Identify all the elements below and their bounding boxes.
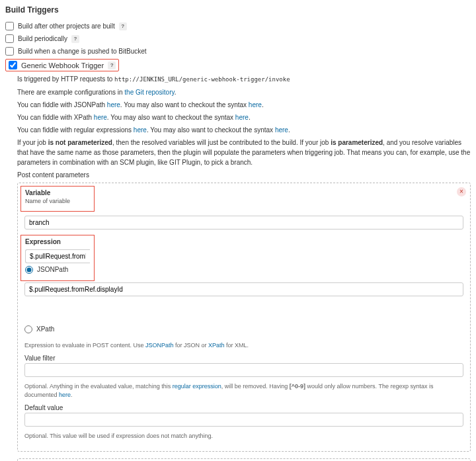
param-expression-highlight: Expression JSONPath <box>20 235 95 281</box>
value-filter-input[interactable] <box>24 363 463 377</box>
jsonpath-radio[interactable] <box>25 266 33 274</box>
webhook-url: http://JENKINS_URL/generic-webhook-trigg… <box>114 76 290 83</box>
regex-hint-link[interactable]: regular expression <box>173 383 221 390</box>
trigger-bitbucket-label: Build when a change is pushed to BitBuck… <box>18 48 147 55</box>
fiddle-json-text: You can fiddle with JSONPath here. You m… <box>17 100 471 110</box>
trigger-periodically-checkbox[interactable] <box>5 34 14 43</box>
regex-fiddle-link[interactable]: here <box>134 126 147 134</box>
expression-input-visible[interactable] <box>25 249 90 263</box>
trigger-bitbucket: Build when a change is pushed to BitBuck… <box>5 45 471 58</box>
variable-label: Variable <box>25 189 90 196</box>
help-icon[interactable]: ? <box>71 35 79 43</box>
default-value-input[interactable] <box>24 413 463 427</box>
value-filter-label: Value filter <box>24 355 463 362</box>
regex-syntax-link[interactable]: here <box>275 126 288 134</box>
jsonpath-radio-label: JSONPath <box>37 266 68 273</box>
expression-label: Expression <box>25 238 90 245</box>
jsonpath-hint-link[interactable]: JSONPath <box>145 342 174 349</box>
value-filter-hint: Optional. Anything in the evaluated valu… <box>24 382 463 399</box>
triggered-by-text: Is triggered by HTTP requests to http://… <box>17 74 471 85</box>
trigger-after-other-checkbox[interactable] <box>5 22 14 30</box>
regex-doc-link[interactable]: here <box>59 392 71 398</box>
page-title: Build Triggers <box>5 5 471 15</box>
git-repo-link[interactable]: the Git repository <box>124 89 174 96</box>
trigger-generic-label: Generic Webhook Trigger <box>21 62 104 69</box>
fiddle-xpath-text: You can fiddle with XPath here. You may … <box>17 112 471 122</box>
jsonpath-syntax-link[interactable]: here <box>249 101 262 108</box>
trigger-after-other: Build after other projects are built ? <box>5 20 471 32</box>
trigger-bitbucket-checkbox[interactable] <box>5 47 14 56</box>
param-block: × Variable Name of variable Expression J… <box>17 458 471 461</box>
xpath-hint-link[interactable]: XPath <box>208 342 225 349</box>
help-icon[interactable]: ? <box>119 22 127 30</box>
fiddle-regex-text: You can fiddle with regular expressions … <box>17 125 471 135</box>
default-value-label: Default value <box>24 404 463 411</box>
default-value-hint: Optional. This value will be used if exp… <box>24 432 463 440</box>
trigger-generic-highlight: Generic Webhook Trigger ? <box>5 59 119 71</box>
xpath-fiddle-link[interactable]: here <box>94 114 107 121</box>
parameterized-explain: If your job is not parameterized, then t… <box>17 138 471 167</box>
expression-hint: Expression to evaluate in POST content. … <box>24 341 463 350</box>
xpath-syntax-link[interactable]: here <box>235 114 249 121</box>
variable-sublabel: Name of variable <box>25 198 90 204</box>
help-icon[interactable]: ? <box>108 62 116 69</box>
trigger-periodically: Build periodically ? <box>5 32 471 45</box>
xpath-radio[interactable] <box>24 325 32 333</box>
trigger-after-other-label: Build after other projects are built <box>18 22 115 30</box>
remove-param-button[interactable]: × <box>457 187 466 196</box>
post-content-params-label: Post content parameters <box>17 171 471 179</box>
xpath-option: XPath <box>24 325 463 333</box>
jsonpath-fiddle-link[interactable]: here <box>107 101 120 108</box>
trigger-periodically-label: Build periodically <box>18 35 67 42</box>
param-variable-highlight: Variable Name of variable <box>20 186 95 212</box>
example-config-text: There are example configurations in the … <box>17 87 471 97</box>
variable-name-input[interactable] <box>24 216 463 230</box>
param-block: × Variable Name of variable Expression J… <box>17 183 471 452</box>
xpath-radio-label: XPath <box>36 325 54 333</box>
trigger-generic-checkbox[interactable] <box>9 61 17 69</box>
expression-input-full[interactable] <box>24 282 463 296</box>
